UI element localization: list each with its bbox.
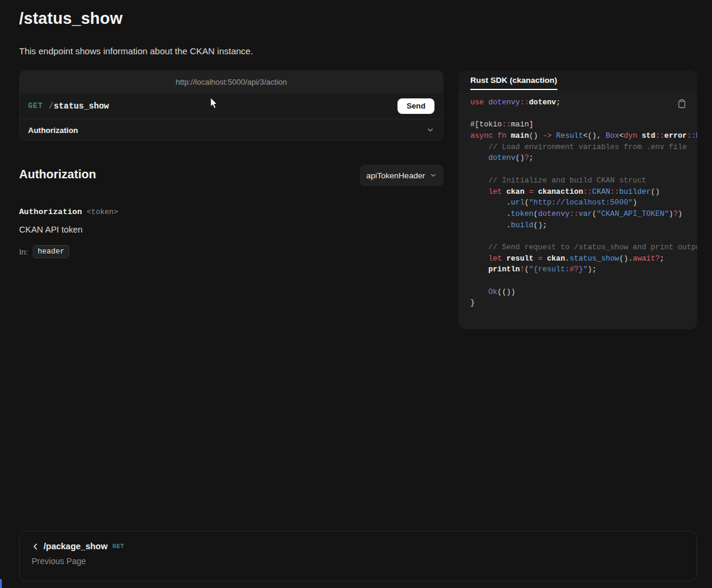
endpoint-path-slash: / [49,101,54,111]
edge-scroll-fragment [0,579,2,588]
previous-page-path: /package_show [44,541,107,551]
sdk-panel-header: Rust SDK (ckanaction) [458,70,697,91]
tab-rust-sdk[interactable]: Rust SDK (ckanaction) [470,71,557,90]
page-description: This endpoint shows information about th… [19,46,253,56]
code-line: Ok(()) [470,288,697,299]
sdk-sample-panel: Rust SDK (ckanaction) use dotenvy::doten… [458,70,697,329]
code-line: .build(); [470,221,697,233]
authorization-row-label: Authorization [28,126,78,135]
auth-parameter-type: <token> [87,208,118,216]
chevron-down-icon [430,172,437,179]
code-line: #[tokio::main] [470,120,697,132]
auth-parameter-row: Authorization<token> [19,206,118,217]
code-line: let result = ckan.status_show().await?; [470,255,697,266]
auth-scheme-select[interactable]: apiTokenHeader [360,165,443,186]
previous-page-label: Previous Page [32,556,685,566]
page-title: /status_show [19,10,122,28]
auth-parameter-name: Authorization [19,208,82,216]
previous-page-row: /package_show GET [32,541,685,551]
authorization-section-heading: Authorization [19,168,96,181]
auth-scheme-selected-value: apiTokenHeader [366,171,425,180]
request-row: GET /status_show Send [20,93,443,119]
code-line: let ckan = ckanaction::CKAN::builder() [470,188,697,199]
code-line: // Initialize and build CKAN struct [470,177,697,188]
code-line: dotenv()?; [470,154,697,165]
chevron-left-icon [32,543,39,550]
http-method-badge: GET [28,101,43,110]
endpoint-path-name: status_show [54,101,109,111]
previous-page-card[interactable]: /package_show GET Previous Page [19,531,697,581]
code-line: // Send request to /status_show and prin… [470,243,697,255]
code-line: async fn main() -> Result<(), Box<dyn st… [470,132,697,143]
code-line [470,165,697,177]
endpoint-path: /status_show [49,101,109,111]
auth-in-label: In: [19,247,28,256]
code-line: use dotenvy::dotenv; [470,98,697,110]
code-line: println!("{result:#?}"); [470,265,697,277]
clipboard-icon [677,99,686,110]
code-line: // Load environment variables from .env … [470,143,697,154]
base-url-bar[interactable]: http://localhost:5000/api/3/action [20,71,443,93]
send-button[interactable]: Send [397,98,434,114]
code-line: } [470,299,697,310]
authorization-collapsible-row[interactable]: Authorization [20,119,443,141]
code-line: .token(dotenvy::var("CKAN_API_TOKEN")?) [470,210,697,221]
code-line [470,110,697,121]
base-url: http://localhost:5000/api/3/action [175,78,286,86]
code-line [470,232,697,243]
auth-in-value-badge: header [33,245,69,258]
auth-in-row: In: header [19,245,69,258]
code-line: .url("http://localhost:5000") [470,199,697,210]
code-block: use dotenvy::dotenv;#[tokio::main]async … [458,91,697,310]
chevron-down-icon [426,126,434,134]
auth-parameter-description: CKAN API token [19,225,82,234]
code-line [470,277,697,288]
copy-to-clipboard-button[interactable] [677,99,686,110]
request-card: http://localhost:5000/api/3/action GET /… [19,70,443,141]
previous-page-method: GET [112,543,124,550]
